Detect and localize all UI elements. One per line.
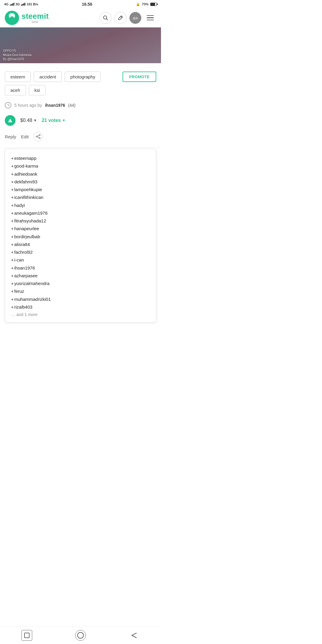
hero-caption: OPPO F5 Muara Dua Indonesia By @ihsan197…: [0, 47, 35, 63]
voter-name-15[interactable]: ihsan1976: [14, 265, 35, 270]
write-button[interactable]: [114, 12, 126, 24]
votes-count[interactable]: 21 votes: [42, 118, 61, 123]
logo-text[interactable]: steemit: [21, 12, 49, 20]
svg-line-11: [37, 137, 39, 138]
voter-name-14[interactable]: i-can: [14, 257, 24, 262]
svg-text:@ih: @ih: [133, 16, 138, 20]
vote-item-14: +i-can: [11, 256, 150, 264]
status-right: 🔒 73%: [136, 2, 157, 6]
pencil-icon: [118, 15, 123, 21]
vote-item-11: +bordirjeulbab: [11, 233, 150, 241]
search-button[interactable]: [100, 12, 112, 24]
battery-percent: 73%: [142, 2, 148, 6]
steemit-logo-icon[interactable]: [5, 11, 19, 25]
voter-name-11[interactable]: bordirjeulbab: [14, 234, 40, 239]
tag-esteem[interactable]: esteem: [5, 72, 31, 82]
search-icon: [103, 15, 108, 21]
logo-text-area: steemit beta: [21, 12, 49, 24]
time-ago-text: 5 hours ago by: [14, 103, 42, 108]
svg-point-8: [36, 136, 37, 137]
post-meta: 5 hours ago by ihsan1976 (44): [0, 99, 161, 113]
clock-icon: [5, 102, 11, 109]
divider: [0, 147, 161, 148]
vote-item-19: +muhammadrizki01: [11, 295, 150, 303]
payout-value: $0.48: [20, 118, 32, 123]
avatar-button[interactable]: @ih: [129, 12, 141, 24]
post-author[interactable]: ihsan1976: [45, 103, 65, 108]
vote-item-10: +hanapeurlee: [11, 225, 150, 233]
voter-name-17[interactable]: yusrizalmahendra: [14, 281, 49, 286]
voter-name-7[interactable]: hadyi: [14, 203, 25, 208]
voter-name-4[interactable]: dekfahmi93: [14, 179, 38, 184]
logo-area: steemit beta: [5, 11, 100, 25]
svg-point-7: [39, 134, 40, 136]
menu-line-3: [147, 20, 154, 21]
hamburger-menu-button[interactable]: [144, 12, 156, 24]
vote-item-5: +lampoehkupie: [11, 186, 150, 193]
vote-item-15: +ihsan1976: [11, 264, 150, 272]
reply-button[interactable]: Reply: [5, 134, 16, 139]
hero-credit: By @ihsan1976: [3, 57, 32, 61]
voter-name-20[interactable]: rizalb403: [14, 304, 32, 309]
votes-more-label: … and 1 more: [11, 312, 150, 317]
voter-name-8[interactable]: aneukagam1976: [14, 210, 48, 216]
vote-item-17: +yusrizalmahendra: [11, 280, 150, 287]
svg-line-10: [37, 135, 39, 136]
menu-line-2: [147, 17, 154, 18]
voter-name-6[interactable]: icanifithinkican: [14, 195, 44, 200]
svg-point-9: [39, 137, 40, 139]
votes-popup: +esteemapp +good-karma +adhiedoank +dekf…: [5, 149, 156, 323]
battery-icon: [150, 3, 157, 6]
votes-dropdown-icon[interactable]: ▼: [62, 118, 66, 123]
voter-name-16[interactable]: azharpasee: [14, 273, 38, 278]
navbar: steemit beta @ih: [0, 8, 161, 27]
tag-aceh[interactable]: aceh: [5, 85, 26, 95]
vote-item-13: +fachrol92: [11, 248, 150, 256]
voter-name-18[interactable]: feruz: [14, 289, 24, 294]
voter-name-12[interactable]: alisra84: [14, 242, 30, 247]
avatar-icon: @ih: [130, 12, 141, 24]
signal-4g: 4G: [4, 2, 9, 6]
voter-name-2[interactable]: good-karma: [14, 163, 38, 168]
actions-bar: $0.48 ▼ 21 votes ▼: [0, 113, 161, 131]
vote-item-18: +feruz: [11, 287, 150, 295]
status-left: 4G 3G 101 B/s: [4, 2, 38, 6]
hero-image-inner: OPPO F5 Muara Dua Indonesia By @ihsan197…: [0, 27, 161, 63]
vote-item-2: +good-karma: [11, 162, 150, 170]
voter-name-19[interactable]: muhammadrizki01: [14, 297, 51, 302]
vote-item-7: +hadyi: [11, 202, 150, 209]
vote-item-8: +aneukagam1976: [11, 209, 150, 217]
edit-button[interactable]: Edit: [21, 134, 29, 139]
tag-accident[interactable]: accident: [34, 72, 62, 82]
payout-area: $0.48 ▼: [20, 118, 37, 123]
vote-item-6: +icanifithinkican: [11, 193, 150, 201]
hero-location: Muara Dua Indonesia: [3, 53, 32, 57]
voter-name-9[interactable]: fitrahsyuhada12: [14, 218, 46, 223]
share-icon: [36, 134, 41, 139]
share-button[interactable]: [33, 132, 43, 141]
payout-dropdown-icon[interactable]: ▼: [33, 118, 37, 123]
voter-name-13[interactable]: fachrol92: [14, 250, 33, 255]
hero-device: OPPO F5: [3, 49, 32, 53]
voter-name-10[interactable]: hanapeurlee: [14, 226, 39, 231]
promote-button[interactable]: PROMOTE: [123, 72, 156, 82]
lock-icon: 🔒: [136, 2, 140, 6]
voter-name-3[interactable]: adhiedoank: [14, 171, 38, 177]
hero-image: OPPO F5 Muara Dua Indonesia By @ihsan197…: [0, 27, 161, 63]
vote-item-9: +fitrahsyuhada12: [11, 217, 150, 225]
vote-item-16: +azharpasee: [11, 272, 150, 280]
voter-name-5[interactable]: lampoehkupie: [14, 187, 42, 192]
vote-item-12: +alisra84: [11, 241, 150, 248]
tag-photography[interactable]: photography: [65, 72, 101, 82]
signal-bars-3g: [21, 3, 25, 6]
signal-3g: 3G: [16, 2, 20, 6]
votes-area: 21 votes ▼: [42, 118, 66, 123]
vote-item-3: +adhiedoank: [11, 170, 150, 178]
svg-point-1: [10, 16, 14, 21]
post-actions: Reply Edit: [0, 131, 161, 146]
upvote-button[interactable]: [5, 115, 16, 126]
voter-name-1[interactable]: esteemapp: [14, 156, 36, 161]
post-reputation: (44): [68, 103, 75, 108]
tag-ksi[interactable]: ksi: [29, 85, 46, 95]
status-time: 16.56: [82, 2, 92, 7]
